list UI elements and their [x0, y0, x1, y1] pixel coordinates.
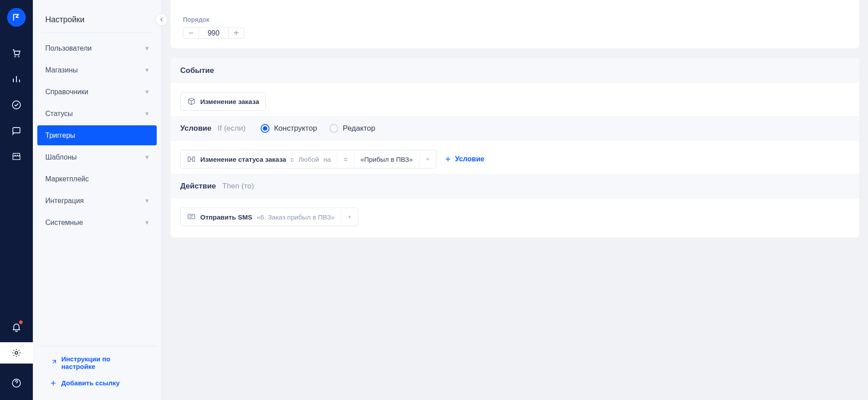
- order-input[interactable]: [199, 28, 228, 39]
- settings-sidebar: Настройки Пользователи▾ Магазины▾ Справо…: [33, 0, 162, 400]
- action-heading-row: Действие Then (то): [170, 174, 859, 199]
- rail-notifications[interactable]: [0, 316, 33, 338]
- rail-chat[interactable]: [0, 120, 33, 141]
- radio-label: Редактор: [343, 124, 375, 133]
- nav-templates[interactable]: Шаблоны▾: [37, 147, 157, 167]
- add-condition-button[interactable]: Условие: [444, 155, 484, 163]
- condition-heading: Условие: [180, 124, 211, 133]
- bell-icon: [11, 322, 22, 332]
- action-body: Отправить SMS «6. Заказ прибыл в ПВЗ»: [170, 199, 859, 228]
- chevron-down-icon: ▾: [145, 66, 149, 74]
- plus-icon: [426, 156, 430, 162]
- status-change-icon: [187, 155, 196, 164]
- nav-label: Маркетплейс: [45, 175, 89, 183]
- main-content: Порядок − + Событие Изменение заказа: [162, 0, 868, 400]
- trigger-config-card: Событие Изменение заказа Условие If (есл…: [170, 58, 859, 238]
- event-chip-label: Изменение заказа: [200, 98, 259, 105]
- instructions-link[interactable]: Инструкции по настройке: [48, 351, 146, 375]
- radio-label: Конструктор: [274, 124, 317, 133]
- event-heading: Событие: [180, 66, 214, 75]
- sidebar-title: Настройки: [42, 0, 152, 33]
- action-chip-value: «6. Заказ прибыл в ПВЗ»: [257, 213, 335, 221]
- nav-triggers[interactable]: Триггеры▾: [37, 125, 157, 145]
- nav-label: Интеграция: [45, 197, 84, 205]
- nav-label: Системные: [45, 219, 83, 227]
- stepper-increment[interactable]: +: [228, 28, 244, 39]
- nav-users[interactable]: Пользователи▾: [37, 38, 157, 58]
- rail-settings[interactable]: [0, 342, 33, 364]
- condition-body: Изменение статуса заказа с Любой на = «П…: [170, 141, 859, 170]
- action-chip-main: Отправить SMS: [200, 213, 252, 221]
- add-link-button[interactable]: Добавить ссылку: [48, 375, 146, 391]
- svg-point-4: [15, 352, 18, 354]
- condition-chip-plus[interactable]: [419, 152, 436, 167]
- nav-statuses[interactable]: Статусы▾: [37, 104, 157, 124]
- sidebar-footer: Инструкции по настройке Добавить ссылку: [37, 346, 157, 400]
- chevron-down-icon: ▾: [145, 88, 149, 96]
- store-icon: [11, 151, 22, 162]
- nav-integration[interactable]: Интеграция▾: [37, 191, 157, 211]
- rail-tasks[interactable]: [0, 94, 33, 116]
- svg-point-0: [14, 56, 16, 57]
- sidebar-nav: Пользователи▾ Магазины▾ Справочники▾ Ста…: [33, 33, 161, 346]
- rail-analytics[interactable]: [0, 68, 33, 90]
- condition-chip[interactable]: Изменение статуса заказа с Любой на = «П…: [180, 150, 436, 168]
- nav-system[interactable]: Системные▾: [37, 212, 157, 232]
- condition-to-word: на: [323, 156, 331, 163]
- nav-marketplace[interactable]: Маркетплейс▾: [37, 169, 157, 189]
- event-body: Изменение заказа: [170, 83, 859, 112]
- condition-to: «Прибыл в ПВЗ»: [361, 156, 413, 163]
- icon-rail: [0, 0, 33, 400]
- rail-cart[interactable]: [0, 43, 33, 64]
- radio-editor[interactable]: Редактор: [329, 124, 375, 133]
- rail-help[interactable]: [0, 372, 33, 394]
- chevron-down-icon: ▾: [145, 196, 149, 205]
- nav-label: Шаблоны: [45, 153, 77, 161]
- event-chip[interactable]: Изменение заказа: [180, 92, 266, 111]
- check-circle-icon: [11, 100, 22, 110]
- condition-hint: If (если): [218, 124, 246, 133]
- nav-label: Статусы: [45, 110, 73, 118]
- add-link-label: Добавить ссылку: [61, 379, 120, 387]
- chevron-left-icon: [159, 17, 164, 22]
- app-logo[interactable]: [7, 8, 26, 27]
- plus-icon: [50, 380, 57, 387]
- action-chip[interactable]: Отправить SMS «6. Заказ прибыл в ПВЗ»: [180, 208, 358, 226]
- action-chip-plus[interactable]: [341, 209, 358, 224]
- radio-constructor[interactable]: Конструктор: [261, 124, 317, 133]
- sms-icon: [187, 212, 196, 221]
- plus-icon: [348, 214, 352, 220]
- logo-icon: [12, 12, 21, 22]
- order-stepper: − +: [183, 28, 847, 39]
- gear-icon: [11, 348, 22, 358]
- nav-directories[interactable]: Справочники▾: [37, 82, 157, 102]
- rail-store[interactable]: [0, 146, 33, 167]
- stepper-decrement[interactable]: −: [183, 28, 199, 39]
- order-label: Порядок: [183, 16, 847, 23]
- chat-icon: [11, 125, 22, 136]
- collapse-sidebar-button[interactable]: [155, 13, 168, 26]
- condition-from-word: с: [290, 156, 294, 163]
- nav-label: Пользователи: [45, 44, 91, 52]
- plus-icon: [444, 156, 452, 163]
- nav-stores[interactable]: Магазины▾: [37, 60, 157, 80]
- cart-icon: [11, 48, 22, 59]
- box-icon: [187, 97, 196, 106]
- nav-label: Магазины: [45, 66, 78, 74]
- condition-eq: =: [344, 156, 348, 163]
- chevron-down-icon: ▾: [145, 218, 149, 227]
- chevron-down-icon: ▾: [145, 109, 149, 118]
- action-hint: Then (то): [222, 182, 254, 191]
- instructions-label: Инструкции по настройке: [61, 355, 144, 370]
- radio-dot: [329, 124, 338, 133]
- nav-label: Справочники: [45, 88, 88, 96]
- svg-rect-8: [188, 214, 195, 219]
- condition-from: Любой: [298, 156, 319, 163]
- condition-chip-main: Изменение статуса заказа: [200, 156, 286, 163]
- radio-dot: [261, 124, 270, 133]
- chevron-down-icon: ▾: [145, 153, 149, 161]
- action-heading: Действие: [180, 182, 216, 191]
- app-root: Настройки Пользователи▾ Магазины▾ Справо…: [0, 0, 868, 400]
- condition-mode-radio-group: Конструктор Редактор: [261, 124, 375, 133]
- event-heading-row: Событие: [170, 58, 859, 83]
